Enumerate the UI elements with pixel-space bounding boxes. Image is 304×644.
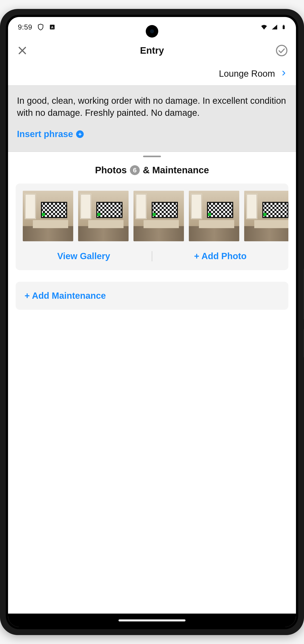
svg-rect-36 <box>144 220 179 228</box>
front-camera <box>146 25 158 38</box>
gesture-nav-area[interactable] <box>8 614 296 627</box>
svg-rect-38 <box>153 203 177 217</box>
photos-maintenance-header: Photos 6 & Maintenance <box>8 161 296 184</box>
add-photo-button[interactable]: + Add Photo <box>152 248 288 264</box>
photos-count-badge: 6 <box>130 165 140 175</box>
svg-rect-11 <box>23 226 73 241</box>
photo-thumbnail[interactable] <box>189 191 239 241</box>
svg-rect-60 <box>263 203 288 217</box>
photo-thumbnail[interactable] <box>244 191 288 241</box>
svg-rect-14 <box>33 220 68 228</box>
svg-rect-50 <box>208 213 211 216</box>
svg-rect-3 <box>283 25 284 26</box>
svg-rect-45 <box>191 194 202 219</box>
maintenance-card: + Add Maintenance <box>16 282 288 310</box>
svg-rect-25 <box>88 220 124 228</box>
svg-rect-16 <box>42 203 66 217</box>
svg-rect-17 <box>42 213 45 216</box>
svg-rect-12 <box>25 194 36 219</box>
close-button[interactable] <box>16 44 28 57</box>
svg-rect-27 <box>97 203 121 217</box>
page-title: Entry <box>28 45 276 56</box>
svg-rect-22 <box>78 226 129 241</box>
photo-thumbnail[interactable] <box>134 191 184 241</box>
svg-rect-56 <box>246 194 257 219</box>
gesture-nav-bar <box>119 620 185 622</box>
svg-rect-39 <box>153 213 156 216</box>
gallery-card: View Gallery + Add Photo <box>16 184 288 270</box>
svg-rect-61 <box>263 213 267 216</box>
shield-icon <box>37 24 44 31</box>
insert-phrase-button[interactable]: Insert phrase + <box>17 129 287 139</box>
photo-thumbnail[interactable] <box>78 191 129 241</box>
svg-text:A: A <box>51 25 54 29</box>
app-badge-icon: A <box>49 24 55 30</box>
chevron-right-icon <box>280 70 287 77</box>
svg-rect-28 <box>97 213 100 216</box>
plus-circle-icon: + <box>76 130 84 138</box>
cellular-signal-icon <box>271 24 278 31</box>
svg-rect-49 <box>208 203 232 217</box>
insert-phrase-label: Insert phrase <box>17 129 73 139</box>
add-maintenance-button[interactable]: + Add Maintenance <box>24 291 280 301</box>
photos-header-suffix: & Maintenance <box>143 165 209 176</box>
battery-icon <box>281 23 286 31</box>
svg-rect-55 <box>244 226 288 241</box>
svg-rect-33 <box>134 226 184 241</box>
svg-rect-47 <box>199 220 234 228</box>
confirm-button[interactable] <box>276 44 288 57</box>
svg-rect-44 <box>189 226 239 241</box>
view-gallery-button[interactable]: View Gallery <box>16 248 152 264</box>
close-icon <box>17 45 28 56</box>
svg-rect-23 <box>80 194 91 219</box>
photos-header-prefix: Photos <box>95 165 127 176</box>
room-navigator[interactable]: Lounge Room <box>8 64 296 86</box>
photo-thumbnail[interactable] <box>23 191 73 241</box>
wifi-icon <box>260 23 268 31</box>
svg-rect-34 <box>136 194 147 219</box>
description-card: In good, clean, working order with no da… <box>8 86 296 152</box>
status-time: 9:59 <box>18 23 32 31</box>
svg-rect-2 <box>283 26 285 29</box>
section-drag-handle[interactable] <box>8 152 296 161</box>
photo-thumbnails[interactable] <box>16 191 288 241</box>
svg-rect-58 <box>254 220 288 228</box>
svg-point-6 <box>277 46 287 56</box>
check-circle-icon <box>276 44 288 57</box>
app-bar: Entry <box>8 37 296 64</box>
description-text[interactable]: In good, clean, working order with no da… <box>17 94 287 119</box>
phone-frame: 9:59 A <box>0 9 304 635</box>
next-room-label: Lounge Room <box>219 69 275 79</box>
